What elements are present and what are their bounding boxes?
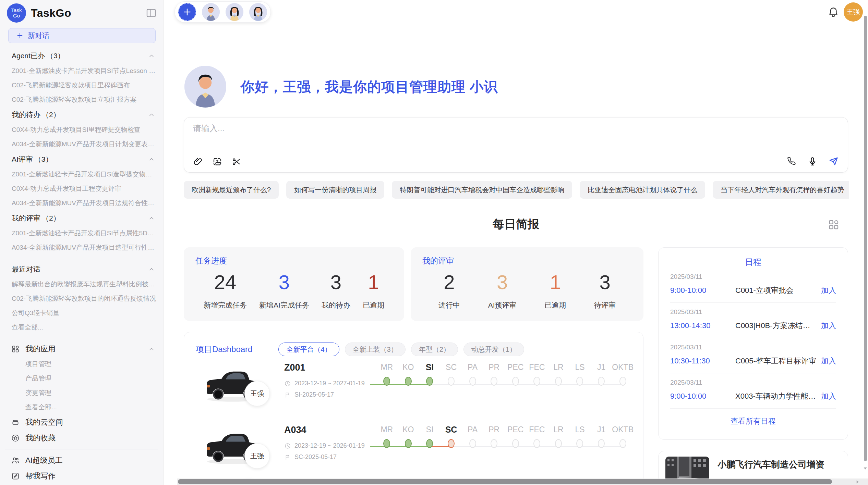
chat-input-card [184, 117, 848, 173]
dashboard-tab-0[interactable]: 全新平台（4） [278, 343, 339, 356]
chevron-up-icon [147, 155, 156, 163]
sidebar-sub-item[interactable]: 查看全部... [0, 400, 163, 414]
sidebar-item-label: 帮我写作 [25, 471, 56, 481]
milestone-track: MRKOSISCPAPRPECFECLRLSJ1OKTB [376, 423, 634, 482]
dashboard-tab-3[interactable]: 动总开发（1） [463, 343, 524, 356]
sidebar-item[interactable]: 公司Q3轻卡销量 [0, 306, 163, 320]
plus-icon [16, 32, 24, 39]
briefing-layout-grid-icon[interactable] [828, 219, 840, 231]
sidebar-item[interactable]: A034-全新新能源MUV产品开发项目计划变更表编写 [0, 137, 163, 151]
session-avatar-2[interactable] [226, 3, 243, 21]
milestone-label: KO [398, 424, 419, 435]
image-upload-icon[interactable] [212, 157, 222, 167]
schedule-title: 日程 [670, 257, 836, 268]
join-button[interactable]: 加入 [821, 356, 836, 366]
sidebar-item-tool-0[interactable]: AI超级员工 [0, 452, 163, 468]
milestone-dot [512, 377, 519, 386]
sidebar-sub-item[interactable]: 变更管理 [0, 386, 163, 400]
sidebar-section-header-1[interactable]: 我的待办（2） [0, 107, 163, 123]
join-button[interactable]: 加入 [821, 391, 836, 401]
notifications-bell-icon[interactable] [827, 5, 840, 18]
sidebar-item[interactable]: Z001-全新燃油轻卡产品开发项目SI造型提交物评审 [0, 167, 163, 182]
vertical-scrollbar-thumb[interactable] [864, 16, 867, 461]
attachment-icon[interactable] [193, 157, 203, 167]
new-session-button[interactable] [178, 3, 196, 21]
sidebar-section-header-0[interactable]: Agent已办（3） [0, 48, 163, 64]
user-avatar[interactable]: 王强 [844, 2, 863, 22]
milestone-label: J1 [591, 362, 612, 373]
dashboard-tab-1[interactable]: 全新上装（3） [345, 343, 406, 356]
milestone-KO: KO [398, 362, 419, 419]
milestone-label: SC [441, 424, 462, 435]
sidebar-item[interactable]: C02-飞腾新能源轻客改款项目的闭环通告反馈情况 [0, 291, 163, 306]
vertical-scrollbar[interactable] [863, 0, 868, 478]
app-logo-line2: Go [13, 13, 20, 18]
sidebar-item[interactable]: A034-全新新能源MUV产品开发项目法规符合性评审 [0, 196, 163, 210]
my-review-card: 我的评审2进行中3AI预评审1已逾期3待评审 [411, 247, 643, 321]
chevron-up-icon [147, 52, 156, 60]
sidebar-collapse-icon[interactable] [145, 7, 157, 19]
chevron-up-icon [147, 265, 156, 273]
sidebar-item-storage-0[interactable]: 我的云空间 [0, 414, 163, 430]
suggestion-chip-3[interactable]: 比亚迪全固态电池计划具体说了什么 [580, 181, 705, 199]
project-row-Z001[interactable]: 王强Z0012023-12-19 ~ 2027-01-19SI-2025-05-… [196, 360, 634, 419]
milestone-label: PR [483, 424, 505, 435]
microphone-icon[interactable] [807, 156, 818, 166]
send-icon[interactable] [828, 156, 839, 167]
schedule-card: 日程 2025/03/119:00-10:00C001-立项审批会加入2025/… [658, 247, 848, 440]
sidebar-item-my-apps[interactable]: 我的应用 [0, 341, 163, 357]
horizontal-scrollbar[interactable] [177, 478, 868, 485]
project-row-A034[interactable]: 王强A0342023-12-19 ~ 2026-01-19SC-2025-05-… [196, 423, 634, 482]
sidebar-item[interactable]: Z001-全新燃油皮卡产品开发项目SI节点Lesson Learn报告 [0, 64, 163, 78]
milestone-OKTB: OKTB [612, 424, 634, 482]
app-title: TaskGo [31, 7, 71, 20]
sidebar-item[interactable]: C02-飞腾新能源轻客改款项目立项汇报方案 [0, 92, 163, 107]
event-date: 2025/03/11 [670, 308, 836, 316]
screenshot-scissors-icon[interactable] [231, 157, 242, 167]
join-button[interactable]: 加入 [821, 321, 836, 331]
sidebar-item-storage-1[interactable]: 我的收藏 [0, 430, 163, 446]
suggestion-chip-1[interactable]: 如何写一份清晰的项目周报 [286, 181, 384, 199]
new-chat-button[interactable]: 新对话 [8, 28, 156, 43]
sidebar-section-header-recent[interactable]: 最近对话 [0, 261, 163, 277]
session-avatar-3[interactable] [249, 3, 267, 21]
suggestion-chips: 欧洲新规最近颁布了什么?如何写一份清晰的项目周报特朗普可能对进口汽车增税会对中国… [184, 181, 849, 199]
schedule-event-1: 2025/03/1113:00-14:30C003|H0B-方案冻结评审加入 [670, 303, 836, 338]
sidebar-section-header-3[interactable]: 我的评审（2） [0, 210, 163, 226]
suggestion-chip-4[interactable]: 当下年轻人对汽车外观有怎样的喜好趋势 [713, 181, 849, 199]
session-avatar-1[interactable] [202, 3, 220, 21]
sidebar-item[interactable]: C0X4-动力总成开发项目SI里程碑提交物检查 [0, 123, 163, 137]
project-date-range: 2023-12-19 ~ 2027-01-19 [294, 380, 365, 387]
suggestion-chip-2[interactable]: 特朗普可能对进口汽车增税会对中国车企造成哪些影响 [392, 181, 572, 199]
suggestion-chip-0[interactable]: 欧洲新规最近颁布了什么? [184, 181, 279, 199]
milestone-track: MRKOSISCPAPRPECFECLRLSJ1OKTB [376, 360, 634, 419]
sidebar-item[interactable]: 查看全部... [0, 320, 163, 335]
dashboard-tab-2[interactable]: 年型（2） [411, 343, 458, 356]
sidebar-section-header-2[interactable]: AI评审（3） [0, 151, 163, 167]
join-button[interactable]: 加入 [821, 285, 836, 296]
voice-call-icon[interactable] [787, 156, 797, 166]
sidebar-item[interactable]: Z001-全新燃油轻卡产品开发项目SI节点属性5D文件评审 [0, 226, 163, 240]
milestone-label: LR [548, 424, 569, 435]
milestone-label: MR [376, 424, 398, 435]
milestone-dot [619, 377, 626, 386]
stat-value: 1 [363, 272, 384, 293]
sidebar-item[interactable]: A034-全新新能源MUV产品开发项目造型可行性评审 [0, 240, 163, 255]
stat-item: 24新增完成任务 [204, 272, 247, 310]
milestone-SC: SC [441, 424, 462, 482]
milestone-MR: MR [376, 424, 398, 482]
sidebar-sub-item[interactable]: 产品管理 [0, 371, 163, 386]
view-all-schedule-link[interactable]: 查看所有日程 [670, 409, 836, 434]
section-title: 最近对话 [12, 264, 40, 274]
sidebar-item[interactable]: 解释最新出台的欧盟报废车法规再生塑料比例被调至15%... [0, 277, 163, 291]
sidebar-item-tool-1[interactable]: 帮我写作 [0, 468, 163, 484]
horizontal-scrollbar-thumb[interactable] [178, 479, 832, 484]
sidebar-item[interactable]: C02-飞腾新能源轻客改款项目里程碑画布 [0, 78, 163, 92]
chat-input[interactable] [193, 124, 839, 133]
stat-label: 待评审 [594, 300, 616, 310]
scroll-down-arrow-icon[interactable] [862, 465, 868, 471]
sidebar-sub-item[interactable]: 项目管理 [0, 357, 163, 371]
sidebar-item[interactable]: C0X4-动力总成开发项目工程变更评审 [0, 182, 163, 196]
event-time: 9:00-10:00 [670, 392, 724, 401]
scroll-right-arrow-icon[interactable] [854, 479, 860, 485]
